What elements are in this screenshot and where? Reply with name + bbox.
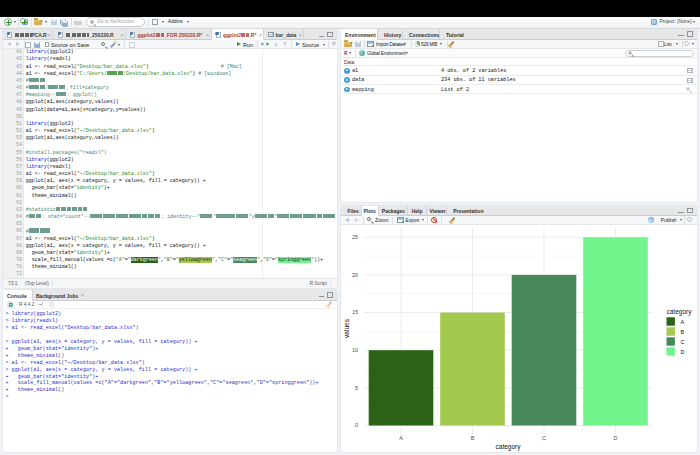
- svg-text:10: 10: [352, 347, 358, 353]
- svg-text:B: B: [681, 329, 685, 335]
- svg-text:C: C: [681, 339, 685, 345]
- svg-text:0: 0: [355, 422, 358, 428]
- svg-text:C: C: [542, 435, 546, 441]
- svg-text:category: category: [667, 308, 693, 316]
- svg-text:A: A: [681, 319, 685, 325]
- svg-text:D: D: [614, 435, 618, 441]
- svg-text:D: D: [681, 349, 685, 355]
- svg-text:15: 15: [352, 309, 358, 315]
- svg-text:20: 20: [352, 272, 358, 278]
- svg-text:values: values: [343, 318, 350, 338]
- svg-text:B: B: [471, 435, 475, 441]
- svg-text:25: 25: [352, 234, 358, 240]
- svg-text:A: A: [399, 435, 403, 441]
- svg-text:5: 5: [355, 385, 358, 391]
- svg-text:category: category: [496, 443, 522, 451]
